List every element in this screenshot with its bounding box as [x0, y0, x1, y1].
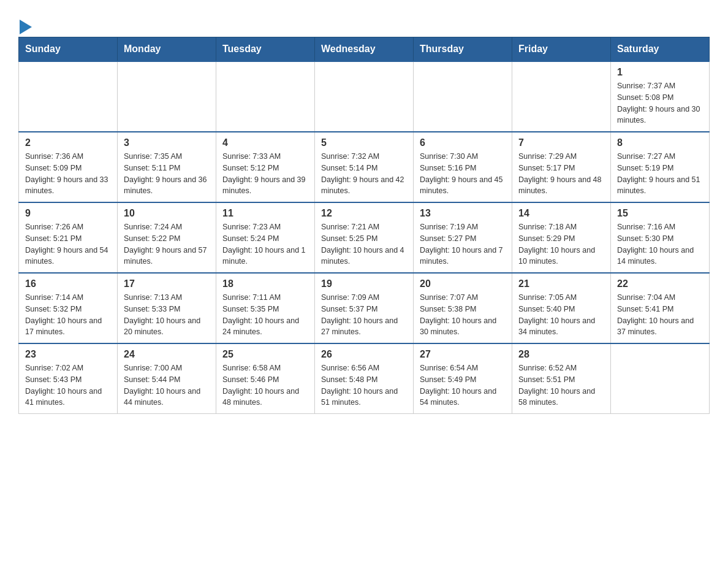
- day-number: 22: [617, 278, 703, 289]
- calendar-day: [414, 61, 512, 132]
- day-info: Sunrise: 7:14 AM: [25, 292, 111, 304]
- day-info: Sunset: 5:08 PM: [617, 92, 703, 104]
- day-info: Daylight: 10 hours and 30 minutes.: [420, 315, 506, 339]
- day-info: Daylight: 10 hours and 1 minute.: [222, 245, 308, 268]
- day-info: Sunset: 5:14 PM: [321, 163, 407, 174]
- day-info: Sunrise: 7:35 AM: [124, 151, 210, 163]
- calendar-day: 7Sunrise: 7:29 AMSunset: 5:17 PMDaylight…: [512, 132, 611, 202]
- day-info: Sunrise: 7:30 AM: [420, 151, 506, 163]
- day-info: Daylight: 10 hours and 4 minutes.: [321, 245, 407, 268]
- logo: [18, 18, 33, 31]
- day-info: Daylight: 9 hours and 33 minutes.: [25, 174, 111, 197]
- day-info: Daylight: 10 hours and 20 minutes.: [124, 315, 210, 339]
- day-info: Sunrise: 7:36 AM: [25, 151, 111, 163]
- day-info: Sunset: 5:17 PM: [518, 163, 604, 174]
- day-info: Sunrise: 7:11 AM: [222, 292, 308, 304]
- day-info: Daylight: 10 hours and 51 minutes.: [321, 386, 407, 409]
- day-number: 15: [617, 208, 703, 219]
- calendar-day: [315, 61, 414, 132]
- day-info: Sunrise: 7:32 AM: [321, 151, 407, 163]
- day-info: Sunset: 5:33 PM: [124, 304, 210, 315]
- day-number: 24: [124, 349, 210, 360]
- svg-marker-0: [20, 20, 32, 34]
- calendar-day: 28Sunrise: 6:52 AMSunset: 5:51 PMDayligh…: [512, 343, 611, 414]
- calendar-day: 26Sunrise: 6:56 AMSunset: 5:48 PMDayligh…: [315, 343, 414, 414]
- day-info: Sunset: 5:19 PM: [617, 163, 703, 174]
- calendar-day: 6Sunrise: 7:30 AMSunset: 5:16 PMDaylight…: [414, 132, 512, 202]
- calendar-day: 5Sunrise: 7:32 AMSunset: 5:14 PMDaylight…: [315, 132, 414, 202]
- day-number: 5: [321, 137, 407, 148]
- day-info: Daylight: 9 hours and 36 minutes.: [124, 174, 210, 197]
- day-number: 23: [25, 349, 111, 360]
- day-info: Sunset: 5:09 PM: [25, 163, 111, 174]
- calendar-header-wednesday: Wednesday: [315, 37, 414, 62]
- day-number: 21: [518, 278, 604, 289]
- day-info: Sunrise: 7:04 AM: [617, 292, 703, 304]
- calendar-day: 13Sunrise: 7:19 AMSunset: 5:27 PMDayligh…: [414, 202, 512, 273]
- calendar-day: 18Sunrise: 7:11 AMSunset: 5:35 PMDayligh…: [216, 273, 315, 343]
- logo-icon: [18, 18, 33, 31]
- calendar-day: 21Sunrise: 7:05 AMSunset: 5:40 PMDayligh…: [512, 273, 611, 343]
- day-number: 9: [25, 208, 111, 219]
- day-info: Sunrise: 7:26 AM: [25, 221, 111, 233]
- calendar-day: 17Sunrise: 7:13 AMSunset: 5:33 PMDayligh…: [118, 273, 216, 343]
- day-info: Daylight: 10 hours and 44 minutes.: [124, 386, 210, 409]
- day-info: Daylight: 9 hours and 39 minutes.: [222, 174, 308, 197]
- day-info: Daylight: 10 hours and 14 minutes.: [617, 245, 703, 268]
- day-number: 6: [420, 137, 506, 148]
- logo-arrow-icon: [20, 18, 33, 36]
- calendar-day: 4Sunrise: 7:33 AMSunset: 5:12 PMDaylight…: [216, 132, 315, 202]
- day-info: Daylight: 9 hours and 42 minutes.: [321, 174, 407, 197]
- calendar-day: 8Sunrise: 7:27 AMSunset: 5:19 PMDaylight…: [611, 132, 710, 202]
- day-number: 11: [222, 208, 308, 219]
- day-info: Sunrise: 6:56 AM: [321, 362, 407, 374]
- day-info: Sunrise: 7:37 AM: [617, 80, 703, 92]
- day-number: 18: [222, 278, 308, 289]
- day-info: Sunset: 5:22 PM: [124, 233, 210, 245]
- day-info: Daylight: 9 hours and 45 minutes.: [420, 174, 506, 197]
- day-info: Sunrise: 6:54 AM: [420, 362, 506, 374]
- calendar-header-sunday: Sunday: [19, 37, 118, 62]
- calendar-week-2: 2Sunrise: 7:36 AMSunset: 5:09 PMDaylight…: [19, 132, 710, 202]
- calendar-header-tuesday: Tuesday: [216, 37, 315, 62]
- day-number: 14: [518, 208, 604, 219]
- day-info: Daylight: 9 hours and 51 minutes.: [617, 174, 703, 197]
- day-info: Sunrise: 7:27 AM: [617, 151, 703, 163]
- day-info: Sunrise: 7:29 AM: [518, 151, 604, 163]
- calendar-day: [19, 61, 118, 132]
- day-number: 2: [25, 137, 111, 148]
- day-info: Sunrise: 7:02 AM: [25, 362, 111, 374]
- calendar-day: 3Sunrise: 7:35 AMSunset: 5:11 PMDaylight…: [118, 132, 216, 202]
- calendar-day: 27Sunrise: 6:54 AMSunset: 5:49 PMDayligh…: [414, 343, 512, 414]
- day-info: Daylight: 10 hours and 17 minutes.: [25, 315, 111, 339]
- day-info: Sunset: 5:32 PM: [25, 304, 111, 315]
- day-info: Daylight: 9 hours and 54 minutes.: [25, 245, 111, 268]
- day-info: Sunrise: 7:21 AM: [321, 221, 407, 233]
- day-info: Sunrise: 7:16 AM: [617, 221, 703, 233]
- day-info: Sunset: 5:27 PM: [420, 233, 506, 245]
- calendar-day: 16Sunrise: 7:14 AMSunset: 5:32 PMDayligh…: [19, 273, 118, 343]
- day-info: Daylight: 10 hours and 27 minutes.: [321, 315, 407, 339]
- calendar-table: SundayMondayTuesdayWednesdayThursdayFrid…: [18, 37, 710, 414]
- day-number: 3: [124, 137, 210, 148]
- calendar-header-monday: Monday: [118, 37, 216, 62]
- day-info: Daylight: 10 hours and 37 minutes.: [617, 315, 703, 339]
- day-info: Daylight: 10 hours and 54 minutes.: [420, 386, 506, 409]
- day-info: Sunrise: 7:23 AM: [222, 221, 308, 233]
- calendar-day: 24Sunrise: 7:00 AMSunset: 5:44 PMDayligh…: [118, 343, 216, 414]
- calendar-day: 12Sunrise: 7:21 AMSunset: 5:25 PMDayligh…: [315, 202, 414, 273]
- calendar-day: 14Sunrise: 7:18 AMSunset: 5:29 PMDayligh…: [512, 202, 611, 273]
- day-info: Sunset: 5:51 PM: [518, 374, 604, 386]
- day-info: Daylight: 10 hours and 34 minutes.: [518, 315, 604, 339]
- calendar-day: 25Sunrise: 6:58 AMSunset: 5:46 PMDayligh…: [216, 343, 315, 414]
- day-info: Sunrise: 7:19 AM: [420, 221, 506, 233]
- day-info: Sunrise: 7:07 AM: [420, 292, 506, 304]
- day-info: Sunrise: 7:33 AM: [222, 151, 308, 163]
- day-info: Sunset: 5:25 PM: [321, 233, 407, 245]
- calendar-day: 2Sunrise: 7:36 AMSunset: 5:09 PMDaylight…: [19, 132, 118, 202]
- calendar-day: 19Sunrise: 7:09 AMSunset: 5:37 PMDayligh…: [315, 273, 414, 343]
- day-number: 12: [321, 208, 407, 219]
- calendar-header-row: SundayMondayTuesdayWednesdayThursdayFrid…: [19, 37, 710, 62]
- day-info: Sunset: 5:24 PM: [222, 233, 308, 245]
- day-info: Sunset: 5:37 PM: [321, 304, 407, 315]
